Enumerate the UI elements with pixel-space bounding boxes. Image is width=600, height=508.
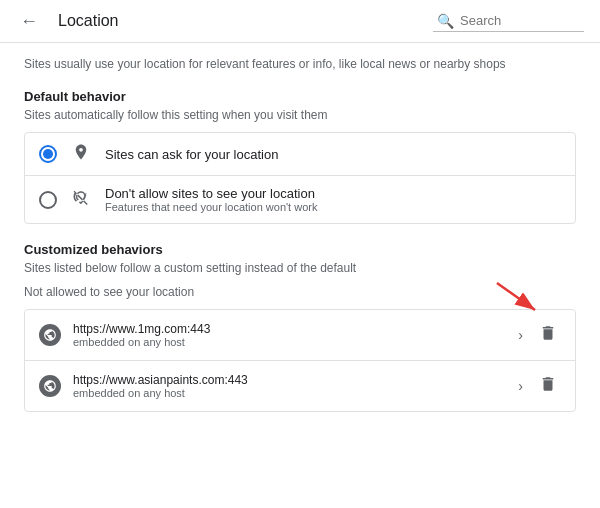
page-title: Location [58, 12, 119, 30]
radio-allow[interactable] [39, 145, 57, 163]
expand-button-1[interactable]: › [514, 374, 527, 398]
site-actions-0: › [514, 320, 561, 350]
site-item-0: https://www.1mg.com:443 embedded on any … [25, 310, 575, 361]
location-off-icon [71, 189, 91, 211]
back-button[interactable]: ← [16, 8, 42, 34]
radio-allow-inner [43, 149, 53, 159]
site-sub-0: embedded on any host [73, 336, 502, 348]
default-behavior-title: Default behavior [24, 89, 576, 104]
option-deny-text: Don't allow sites to see your location F… [105, 186, 317, 213]
delete-button-0[interactable] [535, 320, 561, 350]
expand-button-0[interactable]: › [514, 323, 527, 347]
default-behavior-options: Sites can ask for your location Don't al… [24, 132, 576, 224]
option-deny-label: Don't allow sites to see your location [105, 186, 317, 201]
site-item-1: https://www.asianpaints.com:443 embedded… [25, 361, 575, 411]
default-behavior-desc: Sites automatically follow this setting … [24, 108, 576, 122]
option-deny-sublabel: Features that need your location won't w… [105, 201, 317, 213]
header-left: ← Location [16, 8, 119, 34]
content: Sites usually use your location for rele… [0, 43, 600, 424]
option-deny[interactable]: Don't allow sites to see your location F… [25, 176, 575, 223]
site-info-1: https://www.asianpaints.com:443 embedded… [73, 373, 502, 399]
site-list: https://www.1mg.com:443 embedded on any … [24, 309, 576, 412]
site-info-0: https://www.1mg.com:443 embedded on any … [73, 322, 502, 348]
radio-deny[interactable] [39, 191, 57, 209]
site-url-1: https://www.asianpaints.com:443 [73, 373, 502, 387]
site-icon-0 [39, 324, 61, 346]
header: ← Location 🔍 [0, 0, 600, 43]
customized-title: Customized behaviors [24, 242, 576, 257]
option-allow-text: Sites can ask for your location [105, 147, 278, 162]
site-sub-1: embedded on any host [73, 387, 502, 399]
customized-section: Customized behaviors Sites listed below … [24, 242, 576, 412]
search-icon: 🔍 [437, 13, 454, 29]
not-allowed-label: Not allowed to see your location [24, 285, 576, 299]
site-icon-1 [39, 375, 61, 397]
option-allow-label: Sites can ask for your location [105, 147, 278, 162]
page-description: Sites usually use your location for rele… [24, 55, 576, 73]
search-input[interactable] [460, 13, 580, 28]
delete-button-1[interactable] [535, 371, 561, 401]
search-box: 🔍 [433, 11, 584, 32]
customized-desc: Sites listed below follow a custom setti… [24, 261, 576, 275]
location-icon [71, 143, 91, 165]
site-actions-1: › [514, 371, 561, 401]
site-url-0: https://www.1mg.com:443 [73, 322, 502, 336]
option-allow[interactable]: Sites can ask for your location [25, 133, 575, 176]
